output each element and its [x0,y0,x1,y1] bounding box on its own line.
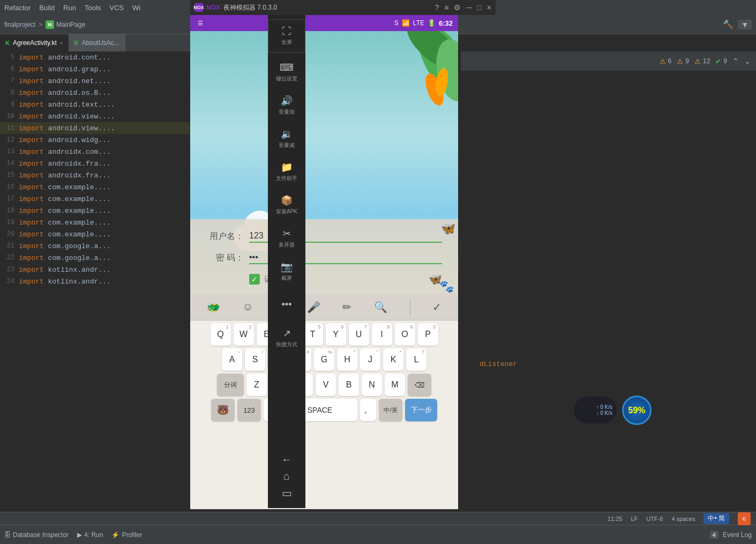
run-dropdown[interactable]: ▼ [738,20,752,29]
expand-warnings-icon[interactable]: ⌃ [732,57,739,65]
kb-face-icon[interactable]: ☺ [242,301,253,313]
kb-t[interactable]: 5T [303,323,323,346]
network-widget: ↑ 0 K/s ↓ 0 K/s [574,397,617,423]
menu-icon[interactable]: ≡ [444,3,448,12]
kb-fenci[interactable]: 分词 [217,374,244,396]
kb-w[interactable]: 2W [234,323,254,346]
shortcut-btn[interactable]: ↗ 快捷方式 [271,322,303,354]
upload-speed: ↑ 0 K/s [596,404,612,410]
tab-about-us[interactable]: K AboutUsAc... [69,34,125,51]
emulator-title: 夜神模拟器 7.0.3.0 [223,3,431,12]
tab-agree-activity[interactable]: K AgreeActivity.kt × [0,34,69,51]
kb-b[interactable]: B [339,374,359,396]
phone-menu-icon: ☰ [196,20,203,27]
speed-percent: 59% [628,406,645,415]
breadcrumb-main-page[interactable]: MainPage [56,21,85,28]
key-settings-label: 键位设置 [276,75,297,83]
kb-l[interactable]: ?L [406,348,426,371]
event-log-btn[interactable]: Event Log [723,531,752,539]
shortcut-label: 快捷方式 [276,341,297,348]
status-encoding: UTF-8 [646,516,663,522]
menu-vcs[interactable]: VCS [109,4,124,12]
menu-wi[interactable]: Wi [132,4,140,12]
kb-bear[interactable]: 🐻 [211,399,235,421]
menu-tools[interactable]: Tools [85,4,101,12]
volume-down-btn[interactable]: 🔉 音量减 [271,122,303,154]
breadcrumb-project[interactable]: finalproject [4,21,35,28]
keyboard-face-icon: 🐾 [439,280,454,294]
help-icon[interactable]: ? [435,3,439,12]
recent-nav-icon[interactable]: ▭ [282,487,292,500]
volume-up-btn[interactable]: 🔊 音量加 [271,89,303,121]
kb-emoji-icon[interactable]: 🐲 [207,301,220,314]
kb-p[interactable]: 0P [418,323,438,346]
file-helper-btn[interactable]: 📁 文件助手 [271,155,303,188]
close-icon[interactable]: × [487,3,491,12]
nav-buttons: ← ⌂ ▭ [281,449,292,504]
kb-pen-icon[interactable]: ✏ [342,301,351,314]
emulator-sidebar: ⛶ 全屏 ⌨ 键位设置 🔊 音量加 🔉 音量减 📁 文件助手 📦 安装APK ✂… [268,15,305,508]
fullscreen-btn[interactable]: ⛶ 全屏 [271,20,303,52]
line-content-5: import android.cont... [19,54,111,62]
line-content-22: import com.google.a... [19,254,111,262]
csdn-icon[interactable]: C [738,512,751,525]
kb-divider [410,299,410,315]
kb-y[interactable]: 6Y [326,323,346,346]
kb-i[interactable]: 8I [372,323,392,346]
kb-q[interactable]: 1Q [211,323,231,346]
kb-j[interactable]: "J [360,348,380,371]
hammer-icon[interactable]: 🔨 [723,19,733,29]
screenshot-btn[interactable]: 📷 截屏 [271,255,303,287]
kb-v[interactable]: V [316,374,336,396]
kb-u[interactable]: 7U [349,323,369,346]
kb-123[interactable]: 123 [237,399,261,421]
install-apk-icon: 📦 [281,195,293,206]
menu-run[interactable]: Run [63,4,76,12]
back-nav-icon[interactable]: ← [281,453,292,466]
kb-s[interactable]: !S [245,348,265,371]
kb-m[interactable]: M [385,374,405,396]
remember-checkbox[interactable]: ✓ [249,274,260,285]
kb-lang-switch[interactable]: 中/英 [379,399,402,421]
collapse-warnings-icon[interactable]: ⌄ [744,57,751,65]
tab-bar: K AgreeActivity.kt × K AboutUsAc... [0,34,193,51]
profiler-btn[interactable]: ⚡ Profiler [111,531,142,539]
kb-h[interactable]: "H [337,348,357,371]
emulator-phone: ☰ S 📶 LTE 🔋 6:32 🦋 用户名： 123 [190,15,458,509]
warning-triangle-icon-2: ⚠ [677,57,683,65]
kb-collapse-icon[interactable]: ✓ [432,301,441,314]
home-nav-icon[interactable]: ⌂ [283,470,290,482]
code-line-20: 20 import com.example.... [0,228,193,240]
tab-kt-icon-1: K [5,40,10,46]
kb-k[interactable]: *K [383,348,403,371]
restore-icon[interactable]: □ [477,3,481,12]
event-log-badge: 4 [710,531,718,539]
username-value: 123 [249,231,264,240]
kb-backspace[interactable]: ⌫ [408,374,431,396]
fullscreen-tool[interactable]: ⛶ 全屏 [268,19,305,53]
kb-period[interactable]: 。 [360,399,376,421]
kb-search-icon[interactable]: 🔍 [374,301,387,314]
install-apk-btn[interactable]: 📦 安装APK [271,189,303,221]
db-inspector-btn[interactable]: 🗄 Database Inspector [4,531,69,539]
kb-g[interactable]: %G [314,348,334,371]
minimize-icon[interactable]: ─ [466,3,471,12]
more-btn[interactable]: ••• [271,288,303,321]
ime-indicator[interactable]: 中• 简 [703,513,729,524]
key-settings-btn[interactable]: ⌨ 键位设置 [271,56,303,88]
bottom-bar: 🗄 Database Inspector ▶ 4: Run ⚡ Profiler… [0,525,756,544]
login-form: 🦋 用户名： 123 密 码： ••• ✓ 记住密码 🦋 [190,219,458,294]
menu-build[interactable]: Build [39,4,55,12]
kb-a[interactable]: ~A [222,348,242,371]
kb-next-btn[interactable]: 下一步 [405,399,437,421]
kb-mic-icon[interactable]: 🎤 [307,301,320,314]
settings-icon[interactable]: ⚙ [454,3,461,12]
line-num-23: 23 [0,266,19,273]
menu-refactor[interactable]: Refactor [4,4,31,12]
kb-n[interactable]: N [362,374,382,396]
kb-z[interactable]: Z [246,374,267,396]
tab-close-1[interactable]: × [60,40,63,46]
multi-open-btn[interactable]: ✂ 多开器 [271,222,303,254]
kb-o[interactable]: 9O [395,323,415,346]
run-btn[interactable]: ▶ 4: Run [77,531,103,539]
